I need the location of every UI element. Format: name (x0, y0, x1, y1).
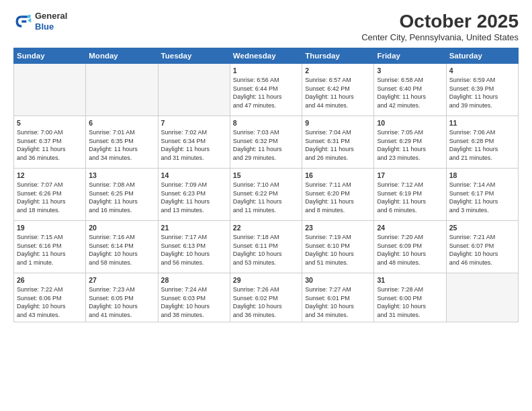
day-info: Sunrise: 7:22 AM Sunset: 6:06 PM Dayligh… (17, 285, 83, 319)
calendar-cell: 2Sunrise: 6:57 AM Sunset: 6:42 PM Daylig… (302, 64, 374, 116)
day-number: 10 (377, 119, 443, 127)
day-number: 15 (233, 171, 299, 179)
day-info: Sunrise: 7:09 AM Sunset: 6:23 PM Dayligh… (161, 181, 227, 214)
day-number: 12 (17, 171, 83, 179)
day-info: Sunrise: 7:02 AM Sunset: 6:34 PM Dayligh… (161, 128, 227, 162)
day-info: Sunrise: 7:20 AM Sunset: 6:09 PM Dayligh… (377, 233, 443, 267)
calendar-cell: 29Sunrise: 7:26 AM Sunset: 6:02 PM Dayli… (230, 273, 302, 322)
day-info: Sunrise: 6:57 AM Sunset: 6:42 PM Dayligh… (305, 76, 371, 109)
day-info: Sunrise: 7:12 AM Sunset: 6:19 PM Dayligh… (377, 181, 443, 214)
day-number: 11 (449, 119, 515, 127)
logo-text: General Blue (35, 11, 67, 32)
calendar-cell: 24Sunrise: 7:20 AM Sunset: 6:09 PM Dayli… (374, 221, 446, 273)
calendar-cell: 13Sunrise: 7:08 AM Sunset: 6:25 PM Dayli… (86, 169, 158, 221)
day-number: 29 (233, 276, 299, 284)
week-row: 19Sunrise: 7:15 AM Sunset: 6:16 PM Dayli… (14, 221, 519, 273)
day-number: 30 (305, 276, 371, 284)
day-info: Sunrise: 7:10 AM Sunset: 6:22 PM Dayligh… (233, 181, 299, 214)
day-info: Sunrise: 7:05 AM Sunset: 6:29 PM Dayligh… (377, 128, 443, 162)
day-number: 5 (17, 119, 83, 127)
day-info: Sunrise: 7:06 AM Sunset: 6:28 PM Dayligh… (449, 128, 515, 162)
calendar-cell: 5Sunrise: 7:00 AM Sunset: 6:37 PM Daylig… (14, 116, 86, 169)
day-info: Sunrise: 7:14 AM Sunset: 6:17 PM Dayligh… (449, 181, 515, 214)
calendar: SundayMondayTuesdayWednesdayThursdayFrid… (13, 48, 519, 322)
day-number: 31 (377, 276, 443, 284)
day-info: Sunrise: 6:56 AM Sunset: 6:44 PM Dayligh… (233, 76, 299, 109)
week-row: 26Sunrise: 7:22 AM Sunset: 6:06 PM Dayli… (14, 273, 519, 322)
calendar-cell: 19Sunrise: 7:15 AM Sunset: 6:16 PM Dayli… (14, 221, 86, 273)
day-info: Sunrise: 7:03 AM Sunset: 6:32 PM Dayligh… (233, 128, 299, 162)
calendar-cell: 25Sunrise: 7:21 AM Sunset: 6:07 PM Dayli… (446, 221, 518, 273)
calendar-cell (446, 273, 518, 322)
calendar-cell: 17Sunrise: 7:12 AM Sunset: 6:19 PM Dayli… (374, 169, 446, 221)
day-number: 13 (89, 171, 154, 179)
calendar-cell: 18Sunrise: 7:14 AM Sunset: 6:17 PM Dayli… (446, 169, 518, 221)
calendar-cell (14, 64, 86, 116)
day-info: Sunrise: 7:11 AM Sunset: 6:20 PM Dayligh… (305, 181, 371, 214)
weekday-header: Sunday (14, 48, 86, 64)
calendar-cell: 20Sunrise: 7:16 AM Sunset: 6:14 PM Dayli… (86, 221, 158, 273)
day-info: Sunrise: 7:15 AM Sunset: 6:16 PM Dayligh… (17, 233, 83, 267)
day-number: 4 (449, 66, 515, 75)
day-number: 19 (17, 224, 83, 232)
calendar-cell: 15Sunrise: 7:10 AM Sunset: 6:22 PM Dayli… (230, 169, 302, 221)
weekday-header: Saturday (446, 48, 518, 64)
day-number: 9 (305, 119, 371, 127)
month-title: October 2025 (361, 11, 519, 32)
week-row: 5Sunrise: 7:00 AM Sunset: 6:37 PM Daylig… (14, 116, 519, 169)
day-number: 2 (305, 66, 371, 75)
weekday-header: Friday (374, 48, 446, 64)
day-number: 27 (89, 276, 154, 284)
day-info: Sunrise: 7:19 AM Sunset: 6:10 PM Dayligh… (305, 233, 371, 267)
calendar-cell: 16Sunrise: 7:11 AM Sunset: 6:20 PM Dayli… (302, 169, 374, 221)
day-number: 24 (377, 224, 443, 232)
day-info: Sunrise: 7:28 AM Sunset: 6:00 PM Dayligh… (377, 285, 443, 319)
week-row: 1Sunrise: 6:56 AM Sunset: 6:44 PM Daylig… (14, 64, 519, 116)
day-number: 20 (89, 224, 154, 232)
location: Center City, Pennsylvania, United States (361, 32, 519, 42)
day-number: 21 (161, 224, 227, 232)
day-info: Sunrise: 7:26 AM Sunset: 6:02 PM Dayligh… (233, 285, 299, 319)
weekday-header-row: SundayMondayTuesdayWednesdayThursdayFrid… (14, 48, 519, 64)
calendar-cell: 6Sunrise: 7:01 AM Sunset: 6:35 PM Daylig… (86, 116, 158, 169)
calendar-cell: 26Sunrise: 7:22 AM Sunset: 6:06 PM Dayli… (14, 273, 86, 322)
week-row: 12Sunrise: 7:07 AM Sunset: 6:26 PM Dayli… (14, 169, 519, 221)
day-info: Sunrise: 7:16 AM Sunset: 6:14 PM Dayligh… (89, 233, 154, 267)
calendar-cell: 30Sunrise: 7:27 AM Sunset: 6:01 PM Dayli… (302, 273, 374, 322)
day-number: 7 (161, 119, 227, 127)
day-number: 18 (449, 171, 515, 179)
day-number: 3 (377, 66, 443, 75)
day-number: 23 (305, 224, 371, 232)
logo-blue: Blue (35, 21, 67, 32)
day-number: 22 (233, 224, 299, 232)
day-number: 8 (233, 119, 299, 127)
day-info: Sunrise: 7:00 AM Sunset: 6:37 PM Dayligh… (17, 128, 83, 162)
calendar-cell (158, 64, 230, 116)
day-number: 1 (233, 66, 299, 75)
day-info: Sunrise: 6:59 AM Sunset: 6:39 PM Dayligh… (449, 76, 515, 109)
calendar-cell: 14Sunrise: 7:09 AM Sunset: 6:23 PM Dayli… (158, 169, 230, 221)
logo: General Blue (13, 11, 67, 32)
header: General Blue October 2025 Center City, P… (13, 11, 519, 42)
day-info: Sunrise: 7:07 AM Sunset: 6:26 PM Dayligh… (17, 181, 83, 214)
page: General Blue October 2025 Center City, P… (0, 0, 532, 411)
calendar-cell: 1Sunrise: 6:56 AM Sunset: 6:44 PM Daylig… (230, 64, 302, 116)
day-number: 25 (449, 224, 515, 232)
day-info: Sunrise: 7:24 AM Sunset: 6:03 PM Dayligh… (161, 285, 227, 319)
weekday-header: Thursday (302, 48, 374, 64)
day-number: 17 (377, 171, 443, 179)
logo-icon (13, 12, 32, 31)
day-number: 26 (17, 276, 83, 284)
day-info: Sunrise: 7:18 AM Sunset: 6:11 PM Dayligh… (233, 233, 299, 267)
day-number: 28 (161, 276, 227, 284)
title-block: October 2025 Center City, Pennsylvania, … (361, 11, 519, 42)
calendar-cell: 21Sunrise: 7:17 AM Sunset: 6:13 PM Dayli… (158, 221, 230, 273)
day-info: Sunrise: 7:04 AM Sunset: 6:31 PM Dayligh… (305, 128, 371, 162)
day-number: 14 (161, 171, 227, 179)
calendar-cell: 4Sunrise: 6:59 AM Sunset: 6:39 PM Daylig… (446, 64, 518, 116)
calendar-cell: 22Sunrise: 7:18 AM Sunset: 6:11 PM Dayli… (230, 221, 302, 273)
calendar-cell: 31Sunrise: 7:28 AM Sunset: 6:00 PM Dayli… (374, 273, 446, 322)
calendar-cell: 7Sunrise: 7:02 AM Sunset: 6:34 PM Daylig… (158, 116, 230, 169)
calendar-cell: 23Sunrise: 7:19 AM Sunset: 6:10 PM Dayli… (302, 221, 374, 273)
calendar-cell: 27Sunrise: 7:23 AM Sunset: 6:05 PM Dayli… (86, 273, 158, 322)
